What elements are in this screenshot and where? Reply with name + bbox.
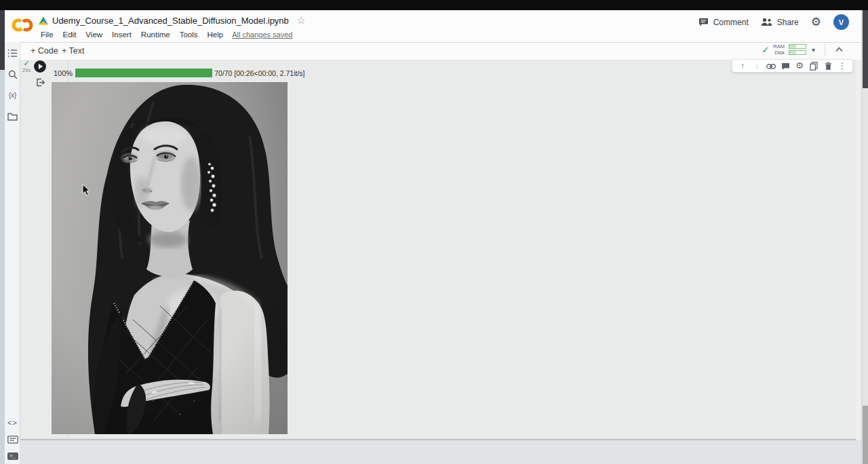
find-replace-search-icon[interactable] bbox=[5, 70, 20, 79]
add-text-button[interactable]: + Text bbox=[62, 46, 84, 56]
scrollbar-thumb-top[interactable] bbox=[863, 10, 868, 88]
progress-percent: 100% bbox=[54, 69, 73, 77]
scrollbar-thumb-bottom[interactable] bbox=[863, 406, 868, 464]
user-avatar[interactable]: V bbox=[833, 14, 849, 30]
disk-label: Disk bbox=[774, 50, 785, 56]
progress-bar-fill bbox=[75, 69, 212, 77]
progress-detail: 70/70 [00:26<00:00, 2.71it/s] bbox=[214, 69, 304, 77]
progress-bar bbox=[75, 69, 212, 77]
comment-label: Comment bbox=[713, 18, 749, 27]
table-of-contents-icon[interactable] bbox=[5, 49, 20, 58]
notebook-cell: ✓ 29s ↑ ↓ ⚙ ⋮ bbox=[20, 60, 856, 440]
menu-help[interactable]: Help bbox=[203, 28, 229, 41]
code-snippets-icon[interactable]: <> bbox=[5, 419, 20, 427]
left-edge-strip-dark bbox=[0, 10, 5, 70]
colab-logo-icon[interactable] bbox=[11, 16, 34, 34]
notebook-scrollbar-track[interactable] bbox=[856, 60, 861, 440]
share-label: Share bbox=[777, 18, 799, 27]
comment-icon bbox=[698, 18, 709, 26]
play-icon bbox=[39, 64, 43, 69]
add-comment-icon[interactable] bbox=[780, 60, 791, 72]
move-cell-up-icon[interactable]: ↑ bbox=[737, 60, 748, 72]
tqdm-progress: 100% 70/70 [00:26<00:00, 2.71it/s] bbox=[54, 69, 305, 77]
terminal-icon[interactable]: >_ bbox=[5, 452, 20, 460]
files-folder-icon[interactable] bbox=[5, 113, 20, 121]
menu-view[interactable]: View bbox=[81, 28, 107, 41]
add-code-button[interactable]: + Code bbox=[31, 46, 58, 56]
toolbar-divider bbox=[825, 43, 825, 56]
copy-cell-icon[interactable] bbox=[808, 60, 819, 72]
variables-icon[interactable]: {x} bbox=[5, 92, 20, 99]
star-icon[interactable]: ☆ bbox=[297, 15, 306, 26]
ram-label: RAM bbox=[773, 44, 785, 50]
notebook-toolbar: + Code + Text ✓ RAM Disk ▾ bbox=[5, 42, 861, 60]
ram-usage-bar bbox=[789, 44, 806, 49]
menu-file[interactable]: File bbox=[36, 28, 58, 41]
command-palette-icon[interactable] bbox=[5, 436, 20, 444]
execution-success-check-icon: ✓ bbox=[21, 60, 32, 67]
left-icon-rail: {x} <> >_ bbox=[5, 42, 20, 464]
copy-link-to-cell-icon[interactable] bbox=[766, 60, 776, 72]
run-cell-button[interactable] bbox=[34, 60, 46, 73]
share-icon bbox=[761, 18, 772, 26]
generated-portrait bbox=[52, 82, 288, 434]
menu-insert[interactable]: Insert bbox=[107, 28, 136, 41]
resource-monitor[interactable]: ✓ RAM Disk ▾ bbox=[762, 43, 844, 56]
execution-time: 29s bbox=[21, 67, 32, 73]
cell-output-image bbox=[52, 82, 288, 434]
menu-tools[interactable]: Tools bbox=[175, 28, 203, 41]
page-scrollbar bbox=[861, 10, 868, 464]
cell-settings-gear-icon[interactable]: ⚙ bbox=[794, 60, 805, 72]
save-status-link[interactable]: All changes saved bbox=[232, 31, 292, 39]
notebook-header: Udemy_Course_1_Advanced_Stable_Diffusion… bbox=[5, 10, 861, 42]
drive-icon bbox=[39, 16, 48, 25]
disk-usage-bar bbox=[789, 50, 806, 55]
settings-gear-icon[interactable]: ⚙ bbox=[811, 16, 821, 28]
more-options-kebab-icon[interactable]: ⋮ bbox=[837, 60, 848, 72]
left-edge-strip bbox=[0, 10, 5, 464]
runtime-connected-check-icon: ✓ bbox=[762, 45, 769, 55]
cell-toolbar: ↑ ↓ ⚙ ⋮ bbox=[732, 59, 853, 73]
menu-edit[interactable]: Edit bbox=[58, 28, 81, 41]
window-top-strip bbox=[0, 0, 868, 10]
comment-button[interactable]: Comment bbox=[698, 18, 749, 27]
notebook-title[interactable]: Udemy_Course_1_Advanced_Stable_Diffusion… bbox=[52, 16, 289, 26]
mouse-cursor bbox=[82, 184, 90, 196]
menubar: File Edit View Insert Runtime Tools Help… bbox=[36, 28, 292, 41]
delete-cell-trash-icon[interactable] bbox=[823, 60, 833, 72]
open-output-icon[interactable] bbox=[35, 77, 45, 90]
menu-runtime[interactable]: Runtime bbox=[136, 28, 175, 41]
colab-window: Udemy_Course_1_Advanced_Stable_Diffusion… bbox=[0, 0, 868, 464]
share-button[interactable]: Share bbox=[761, 18, 799, 27]
execution-badge: ✓ 29s bbox=[21, 60, 32, 73]
collapse-header-chevron-icon[interactable] bbox=[835, 46, 844, 53]
resources-dropdown-caret-icon[interactable]: ▾ bbox=[812, 46, 815, 54]
move-cell-down-icon[interactable]: ↓ bbox=[751, 60, 762, 72]
